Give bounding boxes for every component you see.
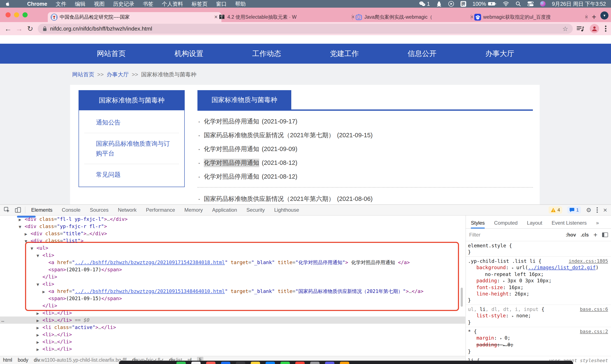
css-property[interactable]: padding: ▸ 0; bbox=[468, 341, 608, 348]
breadcrumb-home-link[interactable]: 网站首页 bbox=[72, 71, 94, 78]
news-link[interactable]: 国家药品标准物质供应新情况（2021年第六期） bbox=[204, 195, 335, 203]
browser-tab[interactable]: webmagic获取指定的ul_百度搜× bbox=[471, 12, 592, 22]
tree-row[interactable]: ▼<li> bbox=[0, 280, 465, 288]
devtools-tab-memory[interactable]: Memory bbox=[185, 207, 203, 213]
disclosure-arrow-icon[interactable]: ▼ bbox=[25, 238, 31, 245]
stylesheet-source-link[interactable]: base.css:6 bbox=[580, 306, 608, 312]
disclosure-arrow-icon[interactable]: ▶ bbox=[37, 332, 42, 339]
news-link[interactable]: 化学对照品停用通知 bbox=[204, 145, 259, 153]
devtools-tab-lighthouse[interactable]: Lighthouse bbox=[274, 207, 299, 213]
toggle-hover-state-button[interactable]: :hov bbox=[566, 232, 576, 238]
styles-tab-styles[interactable]: Styles bbox=[471, 220, 485, 228]
css-property[interactable]: line-height: 26px; bbox=[468, 291, 608, 297]
input-method-icon[interactable]: 拼 bbox=[461, 1, 466, 7]
tree-row[interactable]: ▶<li>…</li> bbox=[0, 338, 465, 345]
macos-dock[interactable] bbox=[119, 361, 573, 364]
battery-icon[interactable] bbox=[488, 1, 496, 6]
forward-button[interactable]: → bbox=[14, 25, 25, 33]
disclosure-arrow-icon[interactable]: ▶ bbox=[37, 324, 42, 332]
close-window-button[interactable] bbox=[5, 12, 11, 17]
disclosure-arrow-icon[interactable]: ▶ bbox=[37, 317, 42, 324]
dock-app-icon[interactable] bbox=[251, 362, 260, 364]
more-tabs-icon[interactable]: » bbox=[596, 220, 599, 228]
dom-breadcrumb[interactable]: div.w1100-auto15.yp-child-list.clearfix.… bbox=[34, 357, 126, 363]
styles-tab-event-listeners[interactable]: Event Listeners bbox=[552, 220, 587, 228]
control-center-icon[interactable] bbox=[527, 1, 534, 7]
address-bar[interactable]: nifdc.org.cn/nifdc/bshff/bzhwzh/index.ht… bbox=[38, 24, 573, 34]
menu-item[interactable]: 文件 bbox=[56, 0, 66, 7]
menu-item[interactable]: 编辑 bbox=[75, 0, 85, 7]
menu-item[interactable]: Chrome bbox=[27, 1, 47, 7]
dock-app-icon[interactable] bbox=[206, 362, 216, 364]
bookmark-star-icon[interactable]: ☆ bbox=[562, 25, 568, 32]
browser-tab[interactable]: Java爬虫案例实战-webmagic（× bbox=[353, 12, 477, 22]
reload-button[interactable]: ↻ bbox=[25, 24, 36, 33]
disclosure-arrow-icon[interactable]: ▶ bbox=[25, 231, 31, 238]
profile-avatar[interactable] bbox=[590, 24, 599, 33]
devtools-tab-console[interactable]: Console bbox=[62, 207, 81, 213]
tree-row[interactable]: ▶<div class="title">…</div> bbox=[0, 230, 465, 237]
css-property[interactable]: margin: ▸ 0; bbox=[468, 335, 608, 341]
css-property[interactable]: background: ▸ url(../images/list_dot2.gi… bbox=[468, 264, 608, 277]
siri-icon[interactable] bbox=[540, 1, 546, 7]
css-property[interactable]: list-style: ▸ none; bbox=[468, 312, 608, 319]
dock-app-icon[interactable] bbox=[280, 362, 290, 364]
devtools-tab-security[interactable]: Security bbox=[246, 207, 265, 213]
styles-tab-computed[interactable]: Computed bbox=[494, 220, 517, 228]
tree-row[interactable]: ▶<li>…</li> bbox=[0, 331, 465, 338]
tree-row[interactable]: </li> bbox=[0, 273, 465, 280]
url-text[interactable]: nifdc.org.cn/nifdc/bshff/bzhwzh/index.ht… bbox=[50, 26, 152, 32]
devtools-tab-sources[interactable]: Sources bbox=[90, 207, 109, 213]
new-tab-button[interactable]: + bbox=[590, 13, 598, 21]
toggle-class-button[interactable]: .cls bbox=[581, 232, 589, 238]
dock-app-icon[interactable] bbox=[340, 362, 349, 364]
dock-app-icon[interactable] bbox=[177, 362, 186, 364]
disclosure-arrow-icon[interactable]: ▼ bbox=[31, 245, 37, 252]
tree-row[interactable]: …▶<li>…</li> == $0 bbox=[0, 316, 465, 324]
dock-app-icon[interactable] bbox=[310, 362, 320, 364]
tree-row[interactable]: <span>(2021-09-15)</span> bbox=[0, 295, 465, 302]
tree-row[interactable]: <a href="../../bshff/bzhwzh/bzwztzgg/202… bbox=[0, 259, 465, 266]
lock-icon[interactable] bbox=[42, 26, 47, 31]
styles-tab-layout[interactable]: Layout bbox=[527, 220, 542, 228]
menu-item[interactable]: 视图 bbox=[94, 0, 104, 7]
menu-item[interactable]: 标签页 bbox=[191, 0, 207, 7]
disclosure-arrow-icon[interactable]: ▶ bbox=[42, 288, 48, 296]
tab-search-button[interactable]: ▾ bbox=[600, 12, 609, 20]
disclosure-arrow-icon[interactable]: ▼ bbox=[37, 281, 42, 288]
news-link[interactable]: 国家药品标准物质供应新情况（2021年第七期） bbox=[204, 131, 335, 140]
search-icon[interactable] bbox=[516, 1, 521, 7]
tree-row[interactable]: </li> bbox=[0, 302, 465, 309]
menu-item[interactable]: 窗口 bbox=[216, 0, 227, 7]
sidebar-item[interactable]: 国家药品标准物质查询与订购平台 bbox=[84, 133, 179, 164]
tree-row[interactable]: ▼<ul> bbox=[0, 244, 465, 252]
css-property[interactable]: font-size: 16px; bbox=[468, 284, 608, 291]
dock-app-icon[interactable] bbox=[191, 362, 201, 364]
styles-filter-input[interactable] bbox=[469, 232, 533, 238]
tree-row[interactable]: <span>(2021-09-17)</span> bbox=[0, 266, 465, 273]
menu-item[interactable]: 个人资料 bbox=[162, 0, 183, 7]
devtools-tab-performance[interactable]: Performance bbox=[146, 207, 175, 213]
section-tab[interactable]: 国家标准物质与菌毒种 bbox=[197, 90, 291, 109]
menu-item[interactable]: 帮助 bbox=[235, 0, 246, 7]
site-nav-item[interactable]: 工作动态 bbox=[252, 49, 281, 59]
sidebar-toggle-icon[interactable] bbox=[602, 232, 608, 237]
site-nav-item[interactable]: 办事大厅 bbox=[485, 49, 514, 59]
sidebar-item[interactable]: 常见问题 bbox=[84, 164, 179, 185]
warnings-badge[interactable]: 4 bbox=[549, 206, 562, 214]
media-controls-icon[interactable] bbox=[577, 26, 584, 32]
apple-logo-icon[interactable] bbox=[5, 1, 10, 7]
new-style-rule-button[interactable]: + bbox=[593, 231, 597, 239]
devtools-menu-icon[interactable] bbox=[596, 207, 598, 213]
disclosure-arrow-icon[interactable]: ▶ bbox=[37, 339, 42, 346]
browser-tab[interactable]: 4.2 使用Selectable抽取元素 · W× bbox=[216, 12, 358, 22]
site-nav-item[interactable]: 党建工作 bbox=[330, 49, 359, 59]
devtools-tab-application[interactable]: Application bbox=[212, 207, 237, 213]
dock-app-icon[interactable] bbox=[266, 362, 275, 364]
tree-row[interactable]: ▼<div class="list"> bbox=[0, 237, 465, 244]
devtools-close-icon[interactable]: × bbox=[603, 206, 607, 214]
inspect-element-icon[interactable] bbox=[4, 207, 10, 213]
tree-row[interactable]: ▶<li class="active">…</li> bbox=[0, 324, 465, 331]
browser-tab[interactable]: 中国食品药品检定研究院----国家× bbox=[48, 12, 221, 22]
menubar-clock[interactable]: 9月26日 周日 下午3:52 bbox=[552, 0, 606, 7]
